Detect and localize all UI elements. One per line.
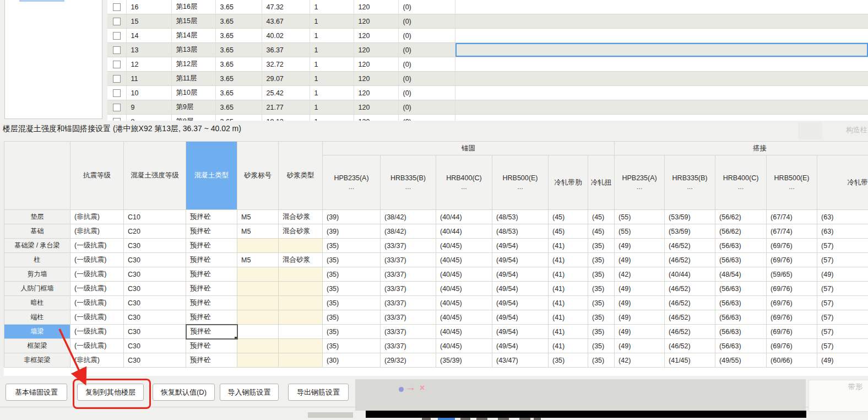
floor-row-checkbox[interactable]	[113, 118, 121, 121]
settings-row-label[interactable]: 非框架梁	[4, 353, 70, 368]
settings-table[interactable]: 抗震等级混凝土强度等级混凝土类型砂浆标号砂浆类型锚固搭接HPB235(A)...…	[4, 141, 868, 376]
cell-lap-value[interactable]: (60/66)	[767, 353, 817, 368]
floor-row-checkbox[interactable]	[113, 3, 121, 11]
cell-grade[interactable]: C30	[124, 267, 186, 282]
cell-anchor-value[interactable]: (40/45)	[436, 267, 492, 282]
cell-seismic[interactable]: (一级抗震)	[70, 325, 124, 339]
cell-anchor-value[interactable]: (33/37)	[381, 296, 436, 310]
cell-anchor-value[interactable]: (45)	[588, 210, 615, 224]
rebar-col-header[interactable]: 冷轧扭	[588, 155, 615, 210]
cell-anchor-value[interactable]: (35)	[588, 282, 615, 296]
cell-anchor-value[interactable]: (40/44)	[436, 224, 492, 239]
left-tree-panel[interactable]	[4, 0, 102, 119]
cell-lap-value[interactable]: (57)	[817, 239, 868, 253]
cell-anchor-value[interactable]: (41)	[549, 253, 588, 267]
cell-lap-value[interactable]: (55)	[615, 210, 665, 224]
settings-col-header[interactable]: 混凝土类型	[186, 142, 237, 210]
floor-cell-height[interactable]: 3.65	[215, 14, 262, 29]
cell-lap-value[interactable]: (53/59)	[665, 210, 715, 224]
floor-cell-elev[interactable]: 40.02	[262, 29, 310, 43]
cell-lap-value[interactable]: (56/63)	[715, 296, 767, 310]
cell-anchor-value[interactable]: (41)	[549, 325, 588, 339]
floor-row-checkbox[interactable]	[113, 89, 121, 97]
cell-concrete-type[interactable]: 预拌砼	[186, 239, 237, 253]
floor-cell-height[interactable]: 3.65	[215, 43, 262, 57]
floor-cell-area[interactable]: (0)	[398, 43, 455, 57]
settings-row[interactable]: 柱(一级抗震)C30预拌砼M5混合砂浆(35)(33/37)(40/45)(49…	[4, 253, 868, 267]
cell-grade[interactable]: C10	[124, 210, 186, 224]
button-5[interactable]: 导出钢筋设置	[288, 384, 349, 401]
cell-grade[interactable]: C30	[124, 339, 186, 353]
cell-anchor-value[interactable]: (39)	[323, 224, 381, 239]
cell-lap-value[interactable]: (46/52)	[665, 239, 715, 253]
floor-row-checkbox[interactable]	[113, 32, 121, 40]
floor-cell-same[interactable]: 1	[310, 57, 354, 72]
floor-cell-spacer[interactable]	[455, 115, 868, 121]
cell-concrete-type[interactable]: 预拌砼	[186, 282, 237, 296]
cell-lap-value[interactable]: (56/63)	[715, 310, 767, 325]
cell-seismic[interactable]: (一级抗震)	[70, 253, 124, 267]
cell-anchor-value[interactable]: (40/45)	[436, 253, 492, 267]
floor-cell-area[interactable]: (0)	[398, 100, 455, 115]
floor-row[interactable]: 10第10层3.6525.421120(0)	[107, 86, 868, 100]
settings-row[interactable]: 基础(非抗震)C20预拌砼M5混合砂浆(39)(38/42)(40/44)(48…	[4, 224, 868, 239]
cell-anchor-value[interactable]: (49/54)	[492, 239, 549, 253]
floor-cell-name[interactable]: 第15层	[171, 14, 215, 29]
cell-mortar-type[interactable]: 混合砂浆	[279, 224, 323, 239]
floor-cell-slab[interactable]: 120	[354, 43, 398, 57]
cell-grade[interactable]: C30	[124, 310, 186, 325]
floor-checkbox-cell[interactable]	[107, 14, 126, 29]
floor-cell-area[interactable]: (0)	[398, 29, 455, 43]
floor-cell-code[interactable]: 15	[126, 14, 171, 29]
floor-cell-area[interactable]: (0)	[398, 0, 455, 14]
cell-anchor-value[interactable]: (49/54)	[492, 267, 549, 282]
cell-lap-value[interactable]: (69/76)	[767, 339, 817, 353]
cell-lap-value[interactable]: (42)	[615, 353, 665, 368]
floor-cell-name[interactable]: 第13层	[171, 43, 215, 57]
settings-col-header[interactable]: 砂浆类型	[279, 142, 323, 210]
cell-anchor-value[interactable]: (33/37)	[381, 310, 436, 325]
floor-cell-area[interactable]: (0)	[398, 14, 455, 29]
cell-anchor-value[interactable]: (41)	[549, 267, 588, 282]
floor-cell-elev[interactable]: 21.77	[262, 100, 310, 115]
cell-lap-value[interactable]: (56/63)	[715, 282, 767, 296]
cell-mortar-grade[interactable]	[237, 239, 279, 253]
cell-anchor-value[interactable]: (41)	[549, 239, 588, 253]
floor-cell-name[interactable]: 第9层	[171, 100, 215, 115]
cell-anchor-value[interactable]: (35)	[588, 310, 615, 325]
cell-anchor-value[interactable]: (41)	[549, 310, 588, 325]
cell-lap-value[interactable]: (69/76)	[767, 325, 817, 339]
cell-mortar-grade[interactable]	[237, 325, 279, 339]
floor-cell-code[interactable]: 13	[126, 43, 171, 57]
settings-row[interactable]: 端柱(一级抗震)C30预拌砼(35)(33/37)(40/45)(49/54)(…	[4, 310, 868, 325]
cell-anchor-value[interactable]: (45)	[549, 224, 588, 239]
floor-cell-elev[interactable]: 29.07	[262, 72, 310, 86]
cell-grade[interactable]: C30	[124, 353, 186, 368]
cell-lap-value[interactable]: (57)	[817, 253, 868, 267]
cell-anchor-value[interactable]: (40/45)	[436, 310, 492, 325]
cell-mortar-type[interactable]	[279, 339, 323, 353]
cell-anchor-value[interactable]: (38/42)	[381, 224, 436, 239]
cell-concrete-type[interactable]: 预拌砼	[186, 339, 237, 353]
floor-cell-code[interactable]: 8	[126, 115, 171, 121]
floor-cell-name[interactable]: 第14层	[171, 29, 215, 43]
floor-cell-spacer[interactable]	[455, 43, 868, 57]
cell-anchor-value[interactable]: (35)	[588, 267, 615, 282]
cell-mortar-grade[interactable]	[237, 339, 279, 353]
settings-row-label[interactable]: 柱	[4, 253, 70, 267]
cell-concrete-type[interactable]: 预拌砼	[186, 253, 237, 267]
floor-cell-name[interactable]: 第12层	[171, 57, 215, 72]
cell-anchor-value[interactable]: (35)	[588, 325, 615, 339]
floor-cell-name[interactable]: 第11层	[171, 72, 215, 86]
cell-mortar-type[interactable]	[279, 310, 323, 325]
cell-lap-value[interactable]: (49)	[615, 253, 665, 267]
cell-seismic[interactable]: (非抗震)	[70, 353, 124, 368]
cell-anchor-value[interactable]: (35)	[323, 339, 381, 353]
cell-seismic[interactable]: (一级抗震)	[70, 339, 124, 353]
cell-lap-value[interactable]: (67/74)	[767, 224, 817, 239]
cell-lap-value[interactable]: (49/55)	[715, 353, 767, 368]
floor-row-checkbox[interactable]	[113, 75, 121, 83]
cell-concrete-type[interactable]: 预拌砼	[186, 267, 237, 282]
cell-anchor-value[interactable]: (41)	[549, 282, 588, 296]
settings-row[interactable]: 墙梁(一级抗震)C30预拌砼(35)(33/37)(40/45)(49/54)(…	[4, 325, 868, 339]
